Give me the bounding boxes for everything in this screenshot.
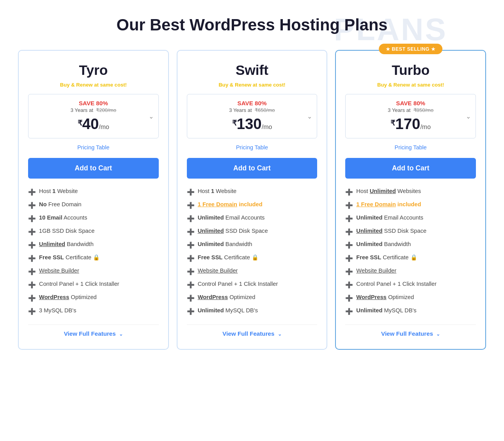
feature-bullet-icon: ➕ <box>187 255 195 262</box>
feature-text: Website Builder <box>198 267 238 274</box>
pricing-table-anchor[interactable]: Pricing Table <box>77 144 109 151</box>
price-chevron-down-icon[interactable]: ⌄ <box>466 113 471 120</box>
save-label: SAVE 80% <box>35 100 152 106</box>
feature-bullet-icon: ➕ <box>187 228 195 236</box>
buy-renew-label: Buy & Renew at same cost! <box>28 82 159 88</box>
feature-bullet-icon: ➕ <box>187 268 195 275</box>
feature-text: 1 Free Domain included <box>198 201 263 207</box>
original-price: ₹850/mo <box>413 107 434 113</box>
view-features-link[interactable]: View Full Features ⌄ <box>381 330 440 337</box>
feature-text-part: Free SSL <box>356 254 381 260</box>
feature-text-part: 1 <box>211 188 214 194</box>
feature-bullet-icon: ➕ <box>28 202 36 209</box>
feature-text-part: Unlimited <box>356 228 382 234</box>
feature-text-part: WordPress <box>356 294 386 300</box>
original-price: ₹650/mo <box>255 107 275 113</box>
feature-bullet-icon: ➕ <box>187 241 195 249</box>
feature-text-part: Email Accounts <box>382 214 423 221</box>
view-features-section: View Full Features ⌄ <box>187 324 318 337</box>
feature-text: Unlimited Email Accounts <box>356 214 423 221</box>
pricing-table-anchor[interactable]: Pricing Table <box>236 144 268 151</box>
add-to-cart-button[interactable]: Add to Cart <box>28 158 159 179</box>
pricing-table-link[interactable]: Pricing Table <box>28 144 159 151</box>
feature-text-part: Free Domain <box>47 201 82 207</box>
feature-bullet-icon: ➕ <box>28 215 36 222</box>
plan-card-turbo: ★ BEST SELLING ★ Turbo Buy & Renew at sa… <box>335 50 486 350</box>
feature-text-part: Website Builder <box>356 267 396 274</box>
feature-item: ➕ 10 Email Accounts <box>28 214 159 222</box>
feature-text-part: Unlimited <box>198 307 224 313</box>
feature-text-part: Control Panel + 1 Click Installer <box>39 281 119 287</box>
price-chevron-down-icon[interactable]: ⌄ <box>307 113 312 120</box>
feature-text-part: Control Panel + 1 Click Installer <box>198 281 278 287</box>
current-price: ₹40/mo <box>35 115 152 133</box>
years-line: 3 Years at ₹650/mo <box>193 107 311 113</box>
feature-bullet-icon: ➕ <box>28 188 36 196</box>
view-features-link[interactable]: View Full Features ⌄ <box>222 330 281 337</box>
feature-text: Free SSL Certificate 🔒 <box>198 254 259 261</box>
feature-item: ➕ No Free Domain <box>28 201 159 209</box>
feature-bullet-icon: ➕ <box>187 281 195 289</box>
feature-item: ➕ WordPress Optimized <box>345 294 476 302</box>
feature-text-part: Free SSL <box>198 254 223 260</box>
feature-text-part: 1 Free Domain <box>198 201 237 207</box>
view-features-link[interactable]: View Full Features ⌄ <box>64 330 123 337</box>
feature-bullet-icon: ➕ <box>345 241 353 249</box>
feature-text: Host 1 Website <box>39 188 78 194</box>
feature-text-part: 🔒 <box>93 254 100 260</box>
feature-bullet-icon: ➕ <box>28 268 36 275</box>
feature-text-part: 1 Free Domain <box>356 201 396 207</box>
feature-text-part: 🔒 <box>410 254 417 260</box>
buy-renew-label: Buy & Renew at same cost! <box>187 82 318 88</box>
page-title: Our Best WordPress Hosting Plans <box>8 16 496 34</box>
feature-text-part: 1GB <box>39 228 50 234</box>
pricing-table-anchor[interactable]: Pricing Table <box>395 144 427 151</box>
feature-text-part: Unlimited <box>370 188 396 194</box>
feature-text-part: Website <box>214 188 236 194</box>
feature-text-part: Unlimited <box>356 307 382 313</box>
feature-text-part: Website <box>56 188 78 194</box>
feature-bullet-icon: ➕ <box>345 308 353 315</box>
price-chevron-down-icon[interactable]: ⌄ <box>149 113 154 120</box>
plan-card-tyro: Tyro Buy & Renew at same cost! SAVE 80% … <box>18 50 169 350</box>
feature-item: ➕ Website Builder <box>345 267 476 275</box>
feature-bullet-icon: ➕ <box>345 228 353 236</box>
view-features-section: View Full Features ⌄ <box>345 324 476 337</box>
pricing-table-link[interactable]: Pricing Table <box>345 144 476 151</box>
feature-text-part: SSD Disk Space <box>50 228 94 234</box>
feature-bullet-icon: ➕ <box>345 215 353 222</box>
per-month: /mo <box>420 124 431 130</box>
feature-text: Control Panel + 1 Click Installer <box>39 281 119 287</box>
plans-container: Tyro Buy & Renew at same cost! SAVE 80% … <box>18 50 486 350</box>
feature-text-part: Unlimited <box>356 214 382 221</box>
feature-item: ➕ 1 Free Domain included <box>187 201 318 209</box>
feature-text-part: Certificate <box>381 254 410 260</box>
feature-bullet-icon: ➕ <box>187 215 195 222</box>
feature-text: Control Panel + 1 Click Installer <box>198 281 278 287</box>
features-list: ➕ Host 1 Website ➕ No Free Domain ➕ 10 E… <box>28 188 159 315</box>
plan-name: Turbo <box>345 62 476 78</box>
save-label: SAVE 80% <box>352 100 469 106</box>
feature-item: ➕ Unlimited SSD Disk Space <box>187 228 318 236</box>
feature-text: Host Unlimited Websites <box>356 188 421 194</box>
view-features-chevron-icon: ⌄ <box>278 331 282 337</box>
feature-item: ➕ Control Panel + 1 Click Installer <box>28 281 159 289</box>
feature-text-part: Certificate <box>64 254 93 260</box>
add-to-cart-button[interactable]: Add to Cart <box>187 158 318 179</box>
pricing-table-link[interactable]: Pricing Table <box>187 144 318 151</box>
plan-name: Tyro <box>28 62 159 78</box>
feature-text-part: Optimized <box>228 294 255 300</box>
feature-item: ➕ Website Builder <box>187 267 318 275</box>
feature-item: ➕ WordPress Optimized <box>28 294 159 302</box>
feature-item: ➕ Host 1 Website <box>187 188 318 196</box>
add-to-cart-button[interactable]: Add to Cart <box>345 158 476 179</box>
feature-text-part: WordPress <box>39 294 69 300</box>
feature-item: ➕ WordPress Optimized <box>187 294 318 302</box>
feature-item: ➕ Unlimited Bandwidth <box>28 241 159 249</box>
feature-text: Website Builder <box>39 267 79 274</box>
feature-text-part: 1 <box>52 188 55 194</box>
page-title-wrapper: PLANS Our Best WordPress Hosting Plans <box>8 16 496 34</box>
feature-item: ➕ Unlimited Bandwidth <box>345 241 476 249</box>
currency-symbol: ₹ <box>232 119 237 128</box>
feature-text-part: Free SSL <box>39 254 64 260</box>
